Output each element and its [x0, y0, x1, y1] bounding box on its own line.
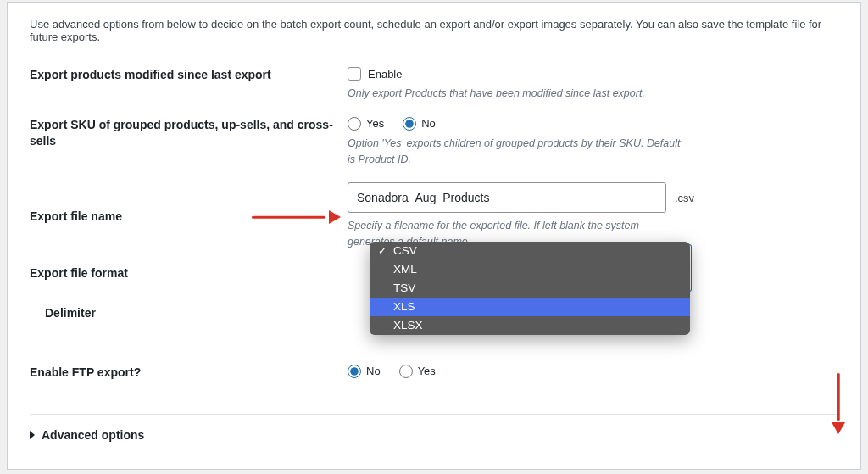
- label-filename: Export file name: [30, 209, 122, 223]
- filename-input[interactable]: [348, 182, 666, 213]
- filename-ext: .csv: [675, 192, 694, 204]
- advanced-options-label: Advanced options: [42, 428, 144, 442]
- format-option-csv[interactable]: CSV: [370, 242, 690, 260]
- sku-yes-label: Yes: [366, 117, 384, 130]
- label-modified: Export products modified since last expo…: [30, 67, 348, 102]
- annotation-arrow-right-icon: [252, 209, 341, 225]
- helper-modified: Only export Products that have been modi…: [348, 86, 683, 102]
- ftp-yes-label: Yes: [418, 365, 436, 377]
- ftp-yes-radio[interactable]: [399, 365, 413, 378]
- ftp-no-radio[interactable]: [348, 365, 361, 378]
- enable-modified-label: Enable: [368, 68, 402, 81]
- enable-modified-checkbox[interactable]: [348, 67, 361, 81]
- format-dropdown[interactable]: CSV XML TSV XLS XLSX: [370, 242, 690, 335]
- caret-right-icon: [30, 431, 35, 439]
- ftp-no-label: No: [366, 365, 381, 377]
- label-sku: Export SKU of grouped products, up-sells…: [30, 117, 348, 168]
- format-option-xml[interactable]: XML: [370, 260, 690, 279]
- label-ftp: Enable FTP export?: [30, 365, 348, 382]
- format-option-xls[interactable]: XLS: [370, 298, 690, 316]
- annotation-arrow-down-icon: [832, 373, 844, 434]
- helper-sku: Option 'Yes' exports children of grouped…: [348, 136, 683, 168]
- label-format: Export file format: [30, 265, 348, 282]
- sku-no-radio[interactable]: [403, 117, 416, 131]
- intro-text: Use advanced options from below to decid…: [30, 3, 838, 52]
- label-delimiter: Delimiter: [30, 306, 96, 320]
- advanced-options-toggle[interactable]: Advanced options: [30, 414, 838, 447]
- sku-yes-radio[interactable]: [348, 117, 361, 131]
- format-option-xlsx[interactable]: XLSX: [370, 316, 690, 335]
- format-option-tsv[interactable]: TSV: [370, 279, 690, 298]
- sku-no-label: No: [421, 117, 436, 130]
